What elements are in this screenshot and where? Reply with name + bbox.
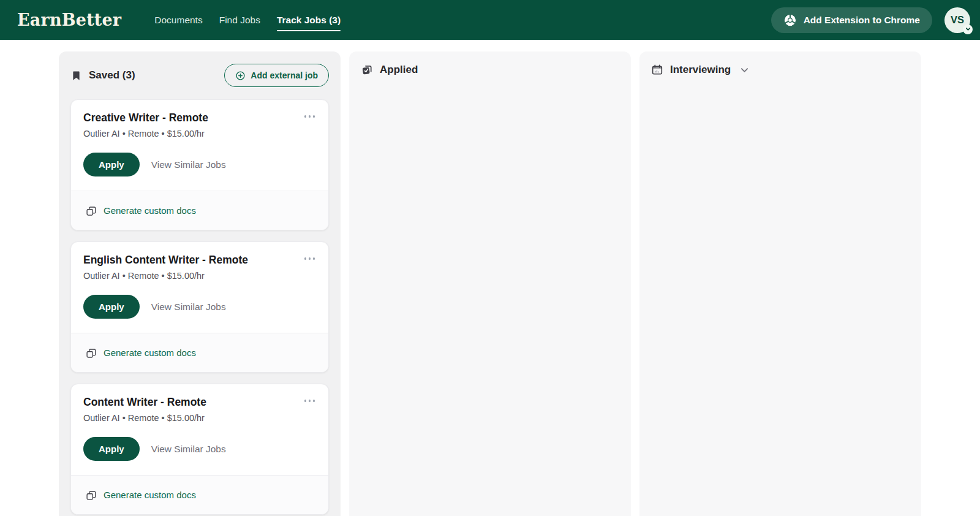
view-similar-jobs-link[interactable]: View Similar Jobs <box>151 444 226 455</box>
earnbetter-logo: EarnBetter <box>17 10 121 29</box>
job-meta: Outlier AI • Remote • $15.00/hr <box>83 129 316 138</box>
more-options-button[interactable] <box>303 112 317 121</box>
job-card-actions: Apply View Similar Jobs <box>83 437 316 461</box>
column-saved: Saved (3) Add external job Creative Writ… <box>59 51 341 516</box>
job-title: Content Writer - Remote <box>83 396 206 409</box>
track-jobs-board: Saved (3) Add external job Creative Writ… <box>0 40 980 516</box>
generate-docs-label: Generate custom docs <box>104 205 196 216</box>
main-nav: Documents Find Jobs Track Jobs (3) <box>154 0 341 40</box>
job-card-main: Creative Writer - Remote Outlier AI • Re… <box>71 100 328 191</box>
more-options-button[interactable] <box>303 254 317 264</box>
applied-check-icon <box>361 64 373 76</box>
calendar-icon <box>651 64 663 76</box>
job-card-main: English Content Writer - Remote Outlier … <box>71 242 328 333</box>
bookmark-icon <box>70 70 82 82</box>
job-card-top: Content Writer - Remote <box>83 396 316 409</box>
saved-column-title: Saved (3) <box>89 69 135 82</box>
job-card: Creative Writer - Remote Outlier AI • Re… <box>70 99 329 230</box>
generate-docs-button[interactable]: Generate custom docs <box>71 333 328 372</box>
chrome-icon <box>783 13 797 27</box>
job-title: English Content Writer - Remote <box>83 254 248 267</box>
add-external-job-label: Add external job <box>251 70 318 80</box>
apply-button[interactable]: Apply <box>83 295 140 319</box>
copy-docs-icon <box>86 490 97 501</box>
view-similar-jobs-link[interactable]: View Similar Jobs <box>151 302 226 313</box>
column-applied: Applied <box>349 51 631 516</box>
copy-docs-icon <box>86 347 97 359</box>
job-meta: Outlier AI • Remote • $15.00/hr <box>83 271 316 281</box>
job-card-actions: Apply View Similar Jobs <box>83 153 316 176</box>
generate-docs-button[interactable]: Generate custom docs <box>71 475 328 514</box>
saved-column-header: Saved (3) Add external job <box>59 51 341 98</box>
generate-docs-button[interactable]: Generate custom docs <box>71 191 328 230</box>
generate-docs-label: Generate custom docs <box>104 490 196 500</box>
generate-docs-label: Generate custom docs <box>104 347 196 358</box>
apply-button[interactable]: Apply <box>83 437 140 461</box>
job-card-main: Content Writer - Remote Outlier AI • Rem… <box>71 384 328 475</box>
plus-circle-icon <box>235 70 246 81</box>
navbar-right: Add Extension to Chrome VS <box>771 7 970 33</box>
job-card: English Content Writer - Remote Outlier … <box>70 241 329 373</box>
avatar-chevron-badge <box>963 25 973 34</box>
nav-item-find-jobs[interactable]: Find Jobs <box>219 0 260 40</box>
applied-column-header: Applied <box>349 51 631 87</box>
more-options-button[interactable] <box>303 396 317 406</box>
avatar[interactable]: VS <box>944 7 970 33</box>
job-card-top: English Content Writer - Remote <box>83 254 316 267</box>
column-interviewing: Interviewing <box>639 51 921 516</box>
job-title: Creative Writer - Remote <box>83 112 208 124</box>
nav-item-documents[interactable]: Documents <box>154 0 202 40</box>
view-similar-jobs-link[interactable]: View Similar Jobs <box>151 159 226 170</box>
add-extension-label: Add Extension to Chrome <box>804 15 920 26</box>
apply-button[interactable]: Apply <box>83 153 140 176</box>
top-navbar: EarnBetter Documents Find Jobs Track Job… <box>0 0 980 40</box>
copy-docs-icon <box>86 205 97 216</box>
job-card-actions: Apply View Similar Jobs <box>83 295 316 319</box>
add-extension-button[interactable]: Add Extension to Chrome <box>771 7 932 33</box>
chevron-down-icon[interactable] <box>739 65 750 75</box>
applied-column-title: Applied <box>380 64 418 76</box>
saved-cards-list: Creative Writer - Remote Outlier AI • Re… <box>59 98 341 515</box>
job-card: Content Writer - Remote Outlier AI • Rem… <box>70 384 329 515</box>
add-external-job-button[interactable]: Add external job <box>224 64 329 87</box>
avatar-initials: VS <box>951 14 964 26</box>
interviewing-column-header: Interviewing <box>639 51 921 87</box>
interviewing-column-title: Interviewing <box>670 64 731 76</box>
job-card-top: Creative Writer - Remote <box>83 112 316 124</box>
nav-item-track-jobs[interactable]: Track Jobs (3) <box>277 0 341 40</box>
job-meta: Outlier AI • Remote • $15.00/hr <box>83 413 316 423</box>
